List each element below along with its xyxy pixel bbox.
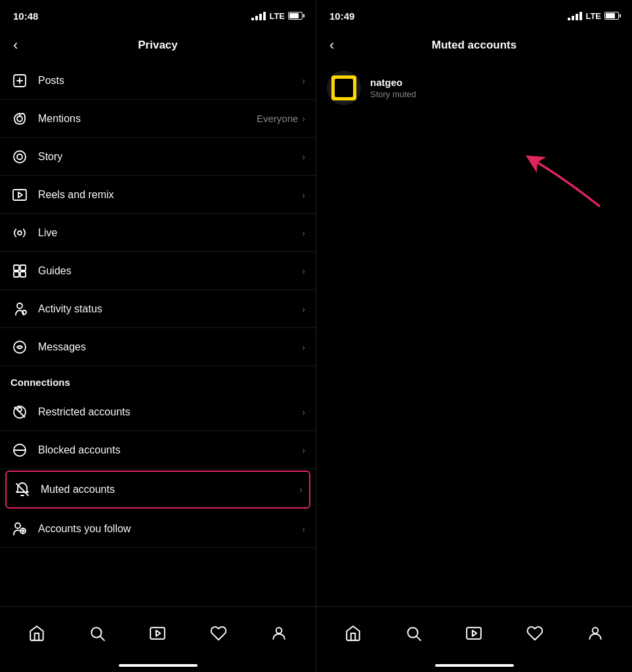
connections-section-header: Connections <box>0 366 316 393</box>
svg-rect-9 <box>14 265 19 270</box>
muted-label: Muted accounts <box>41 484 299 495</box>
left-page-title: Privacy <box>138 39 178 52</box>
battery-icon <box>288 12 303 20</box>
right-battery-icon <box>604 12 619 20</box>
annotation-arrow-svg <box>501 140 619 219</box>
right-nav-header: ‹ Muted accounts <box>316 29 632 62</box>
activity-label: Activity status <box>38 303 302 315</box>
left-nav-search[interactable] <box>81 617 114 650</box>
svg-point-13 <box>17 303 22 308</box>
blocked-icon <box>11 441 29 459</box>
natgeo-logo <box>331 75 356 100</box>
following-icon <box>11 520 29 538</box>
svg-rect-11 <box>14 272 19 277</box>
natgeo-status: Story muted <box>370 89 621 99</box>
guides-chevron: › <box>302 266 305 276</box>
left-nav-profile[interactable] <box>263 617 295 650</box>
right-back-button[interactable]: ‹ <box>327 34 337 56</box>
activity-chevron: › <box>302 304 305 314</box>
svg-line-25 <box>100 636 104 640</box>
svg-point-22 <box>15 523 20 528</box>
svg-rect-31 <box>467 627 482 639</box>
right-lte-label: LTE <box>585 11 601 21</box>
muted-accounts-content: natgeo Story muted <box>316 62 632 606</box>
svg-point-5 <box>14 151 26 163</box>
privacy-menu-list: Posts › Mentions Everyone › Story › Reel… <box>0 62 316 606</box>
live-label: Live <box>38 227 302 239</box>
muted-chevron: › <box>299 484 303 495</box>
right-nav-home[interactable] <box>337 617 369 650</box>
svg-point-15 <box>14 341 26 353</box>
lte-label: LTE <box>269 11 285 21</box>
mentions-chevron: › <box>302 114 305 124</box>
svg-rect-12 <box>20 272 26 277</box>
svg-point-4 <box>17 154 22 159</box>
left-phone-panel: 10:48 LTE ‹ Privacy Posts › <box>0 0 316 672</box>
right-status-icons: LTE <box>568 11 619 21</box>
live-icon <box>11 224 29 242</box>
menu-item-posts[interactable]: Posts › <box>0 62 316 100</box>
right-bottom-nav <box>316 606 632 659</box>
guides-icon <box>11 262 29 280</box>
blocked-chevron: › <box>302 445 305 455</box>
menu-item-story[interactable]: Story › <box>0 138 316 176</box>
left-nav-reels[interactable] <box>141 617 174 650</box>
right-nav-heart[interactable] <box>518 617 551 650</box>
left-back-button[interactable]: ‹ <box>11 34 20 56</box>
menu-item-following[interactable]: Accounts you follow › <box>0 510 316 548</box>
right-nav-search[interactable] <box>397 617 430 650</box>
svg-point-33 <box>593 627 599 633</box>
right-status-bar: 10:49 LTE <box>316 0 632 29</box>
mentions-value: Everyone <box>257 113 298 124</box>
right-nav-profile[interactable] <box>579 617 612 650</box>
blocked-label: Blocked accounts <box>38 444 302 456</box>
reels-label: Reels and remix <box>38 189 302 201</box>
story-label: Story <box>38 151 302 163</box>
following-chevron: › <box>302 524 305 534</box>
muted-account-natgeo[interactable]: natgeo Story muted <box>316 62 632 114</box>
natgeo-logo-inner <box>335 79 353 97</box>
right-home-indicator <box>316 659 632 672</box>
signal-icon <box>251 12 266 20</box>
natgeo-info: natgeo Story muted <box>370 77 621 99</box>
svg-rect-10 <box>20 265 26 270</box>
story-icon <box>11 148 29 166</box>
left-time: 10:48 <box>13 10 38 22</box>
left-status-icons: LTE <box>251 11 303 21</box>
menu-item-reels[interactable]: Reels and remix › <box>0 176 316 214</box>
menu-item-live[interactable]: Live › <box>0 214 316 252</box>
left-nav-heart[interactable] <box>202 617 235 650</box>
svg-marker-27 <box>156 630 161 636</box>
natgeo-avatar <box>327 71 361 105</box>
restricted-chevron: › <box>302 407 305 417</box>
menu-item-restricted[interactable]: Restricted accounts › <box>0 393 316 431</box>
svg-marker-32 <box>473 630 477 636</box>
svg-point-3 <box>17 116 22 121</box>
left-bottom-nav <box>0 606 316 659</box>
posts-icon <box>11 72 29 90</box>
right-phone-panel: 10:49 LTE ‹ Muted accounts <box>316 0 632 672</box>
svg-point-18 <box>18 408 22 411</box>
messages-icon <box>11 338 29 356</box>
right-nav-reels[interactable] <box>457 617 490 650</box>
posts-label: Posts <box>38 75 302 87</box>
menu-item-mentions[interactable]: Mentions Everyone › <box>0 100 316 138</box>
svg-line-30 <box>417 636 421 640</box>
left-nav-home[interactable] <box>20 617 53 650</box>
restricted-icon <box>11 403 29 421</box>
right-time: 10:49 <box>329 10 354 22</box>
reels-icon <box>11 186 29 204</box>
muted-icon <box>13 480 32 499</box>
left-home-indicator <box>0 659 316 672</box>
svg-point-28 <box>276 627 282 633</box>
menu-item-messages[interactable]: Messages › <box>0 328 316 366</box>
menu-item-blocked[interactable]: Blocked accounts › <box>0 431 316 469</box>
activity-icon <box>11 300 29 318</box>
guides-label: Guides <box>38 265 302 277</box>
menu-item-muted[interactable]: Muted accounts › <box>5 471 310 509</box>
menu-item-guides[interactable]: Guides › <box>0 252 316 290</box>
svg-marker-7 <box>18 192 22 198</box>
menu-item-activity[interactable]: Activity status › <box>0 290 316 328</box>
story-chevron: › <box>302 152 305 162</box>
natgeo-name: natgeo <box>370 77 621 88</box>
